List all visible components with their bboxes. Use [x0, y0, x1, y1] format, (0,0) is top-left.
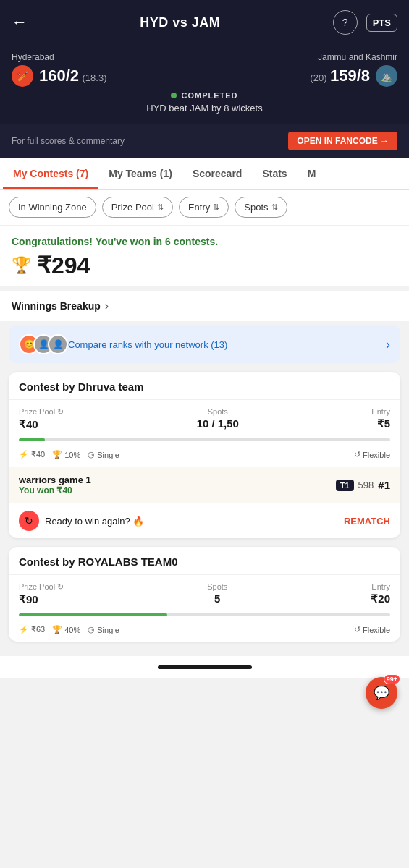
contest-card-2: Contest by ROYALABS TEAM0 Prize Pool ↻ ₹…	[9, 547, 400, 642]
flexible-tag-icon: ↺	[354, 450, 360, 459]
entry-col-2: Entry ₹20	[371, 582, 390, 605]
fancode-text: For full scores & commentary	[12, 136, 125, 146]
prize-pool-label-2: Prize Pool ↻	[19, 582, 64, 592]
pts-button[interactable]: PTS	[366, 14, 397, 32]
contest-1-header: Contest by Dhruva team	[9, 372, 400, 400]
fancode-banner: For full scores & commentary OPEN IN FAN…	[0, 124, 409, 158]
team-right-name: Jammu and Kashmir	[318, 52, 397, 62]
match-status: COMPLETED	[181, 91, 237, 100]
team-badge: T1	[336, 480, 354, 491]
tag-flexible-value-2: Flexible	[363, 626, 390, 634]
completed-row: COMPLETED	[12, 91, 397, 100]
filter-spots[interactable]: Spots ⇅	[235, 197, 287, 218]
spots-value: 10 / 1,50	[197, 417, 239, 430]
tag-flexible: ↺ Flexible	[354, 450, 390, 459]
contest-card-1: Contest by Dhruva team Prize Pool ↻ ₹40 …	[9, 372, 400, 538]
flexible-tag-icon-2: ↺	[354, 625, 360, 634]
spots-label: Spots	[197, 407, 239, 416]
progress-bar-fill-2	[19, 613, 167, 616]
winnings-breakup-row[interactable]: Winnings Breakup ›	[0, 291, 409, 326]
home-bar	[0, 656, 409, 678]
avatar-3: 👤	[48, 334, 68, 354]
filter-prize-pool[interactable]: Prize Pool ⇅	[102, 197, 173, 218]
team-left-name: Hyderabad	[12, 52, 106, 62]
contest-2-title: Contest by ROYALABS TEAM0	[19, 556, 177, 568]
rematch-icon: ↻	[19, 511, 39, 531]
score-section: Hyderabad 🏏 160/2 (18.3) Jammu and Kashm…	[0, 45, 409, 124]
prize-pool-sort-icon: ⇅	[157, 203, 164, 212]
amount-row: 🏆 ₹294	[12, 252, 397, 279]
prize-pool-col-2: Prize Pool ↻ ₹90	[19, 582, 64, 606]
contest-2-header: Contest by ROYALABS TEAM0	[9, 547, 400, 575]
progress-container-2	[9, 613, 400, 621]
tag-prize: ⚡ ₹40	[19, 450, 45, 459]
help-button[interactable]: ?	[333, 10, 358, 35]
back-button[interactable]: ←	[12, 13, 28, 32]
filter-winning-zone[interactable]: In Winning Zone	[9, 197, 96, 218]
filter-prize-pool-label: Prize Pool	[111, 202, 154, 213]
avatars-group: 😊 👤 👤	[19, 334, 62, 354]
overs-right: (20)	[310, 72, 326, 83]
prize-pool-col: Prize Pool ↻ ₹40	[19, 407, 64, 431]
tab-stats[interactable]: Stats	[252, 158, 297, 189]
filter-winning-zone-label: In Winning Zone	[18, 202, 87, 213]
team-info-left: warriors game 1 You won ₹40	[19, 475, 91, 495]
tag-single-value-2: Single	[97, 626, 119, 634]
entry-label-2: Entry	[371, 582, 390, 591]
help-icon: ?	[342, 17, 348, 28]
score-left: 160/2	[39, 67, 79, 85]
tab-more[interactable]: M	[298, 158, 326, 189]
trophy-icon: 🏆	[12, 256, 31, 275]
tag-prize-value-2: ₹63	[31, 625, 45, 634]
entry-value: ₹5	[371, 417, 390, 430]
compare-banner[interactable]: 😊 👤 👤 Compare ranks with your network (1…	[9, 326, 400, 363]
spots-col: Spots 10 / 1,50	[197, 407, 239, 430]
fancode-button[interactable]: OPEN IN FANCODE →	[288, 132, 397, 150]
tag-prize-value: ₹40	[31, 450, 45, 459]
teams-row: Hyderabad 🏏 160/2 (18.3) Jammu and Kashm…	[12, 52, 397, 87]
filter-entry[interactable]: Entry ⇅	[179, 197, 229, 218]
contest-2-tags: ⚡ ₹63 🏆 40% ◎ Single ↺ Flexible	[9, 621, 400, 642]
team-badges: T1 598 #1	[336, 479, 390, 491]
filter-row: In Winning Zone Prize Pool ⇅ Entry ⇅ Spo…	[0, 190, 409, 226]
contest-2-details: Prize Pool ↻ ₹90 Spots 5 Entry ₹20	[9, 575, 400, 613]
single-tag-icon: ◎	[88, 450, 95, 459]
entry-col: Entry ₹5	[371, 407, 390, 430]
team-left: Hyderabad 🏏 160/2 (18.3)	[12, 52, 106, 87]
percent-tag-icon: 🏆	[52, 450, 62, 459]
team-entry-row-1: warriors game 1 You won ₹40 T1 598 #1	[9, 467, 400, 503]
congrats-text: Congratulations! You've won in 6 contest…	[12, 236, 397, 247]
contest-1-title: Contest by Dhruva team	[19, 380, 144, 393]
winnings-amount: ₹294	[37, 252, 90, 279]
chat-icon: 💬	[374, 685, 389, 701]
rematch-left: ↻ Ready to win again? 🔥	[19, 511, 144, 531]
team-points: 598	[358, 480, 374, 490]
team-right: Jammu and Kashmir (20) 159/8 ⛰️	[310, 52, 397, 87]
match-title: HYD vs JAM	[140, 15, 220, 30]
tag-percent: 🏆 10%	[52, 450, 80, 459]
progress-container-1	[9, 438, 400, 446]
winnings-section: Congratulations! You've won in 6 contest…	[0, 226, 409, 291]
tag-single-value: Single	[97, 451, 119, 459]
team-left-logo: 🏏	[12, 65, 33, 87]
contest-1-details: Prize Pool ↻ ₹40 Spots 10 / 1,50 Entry ₹…	[9, 400, 400, 438]
prize-tag-icon: ⚡	[19, 450, 29, 459]
notification-badge[interactable]: 💬 99+	[366, 677, 397, 709]
contest-1-tags: ⚡ ₹40 🏆 10% ◎ Single ↺ Flexible	[9, 446, 400, 467]
spots-col-2: Spots 5	[207, 582, 227, 605]
tab-my-contests[interactable]: My Contests (7)	[3, 158, 98, 189]
tab-my-teams[interactable]: My Teams (1)	[98, 158, 182, 189]
team-left-score-row: 🏏 160/2 (18.3)	[12, 65, 106, 87]
home-indicator	[158, 665, 252, 669]
tag-percent-2: 🏆 40%	[52, 625, 80, 634]
prize-pool-label: Prize Pool ↻	[19, 407, 64, 417]
entry-sort-icon: ⇅	[213, 203, 219, 212]
rematch-button[interactable]: REMATCH	[344, 516, 390, 527]
tag-single: ◎ Single	[88, 450, 119, 459]
tag-percent-value-2: 40%	[64, 626, 80, 634]
spots-sort-icon: ⇅	[271, 203, 278, 212]
tag-flexible-2: ↺ Flexible	[354, 625, 390, 634]
winnings-breakup-label: Winnings Breakup	[12, 300, 101, 312]
entry-value-2: ₹20	[371, 592, 390, 605]
tab-scorecard[interactable]: Scorecard	[182, 158, 252, 189]
